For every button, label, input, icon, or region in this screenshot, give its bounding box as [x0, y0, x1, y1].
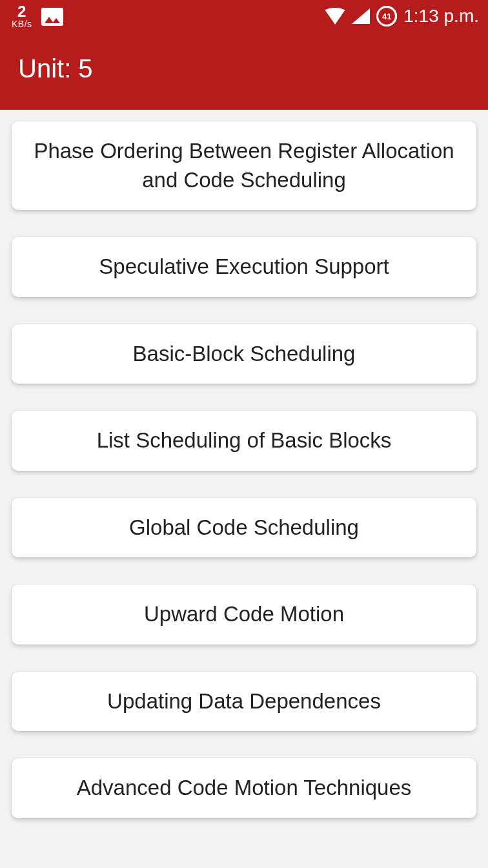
topic-label: Upward Code Motion	[144, 602, 344, 626]
network-speed: 2 KB/s	[12, 4, 32, 28]
battery-percent: 41	[382, 12, 391, 21]
network-speed-value: 2	[17, 4, 26, 19]
status-right: 41 1:13 p.m.	[323, 6, 479, 26]
topic-item[interactable]: Advanced Code Motion Techniques	[12, 758, 476, 818]
topic-label: Advanced Code Motion Techniques	[77, 776, 412, 800]
app-bar: Unit: 5	[0, 32, 488, 110]
topic-item[interactable]: Upward Code Motion	[12, 584, 476, 645]
topic-item[interactable]: Updating Data Dependences	[12, 672, 476, 732]
status-clock: 1:13 p.m.	[403, 6, 479, 26]
topic-label: List Scheduling of Basic Blocks	[97, 428, 392, 452]
topic-label: Global Code Scheduling	[129, 515, 359, 539]
topic-label: Speculative Execution Support	[99, 254, 389, 278]
topic-label: Updating Data Dependences	[107, 689, 381, 713]
photo-icon	[41, 8, 63, 26]
status-left: 2 KB/s	[12, 4, 63, 28]
topic-label: Phase Ordering Between Register Allocati…	[34, 139, 454, 192]
app-header: 2 KB/s 41 1:13 p.m. Unit: 5	[0, 0, 488, 110]
wifi-icon	[323, 8, 347, 25]
topic-item[interactable]: List Scheduling of Basic Blocks	[12, 411, 476, 471]
battery-icon: 41	[376, 6, 397, 26]
topics-list: Phase Ordering Between Register Allocati…	[0, 110, 488, 830]
network-speed-unit: KB/s	[12, 19, 32, 28]
topic-item[interactable]: Speculative Execution Support	[12, 237, 476, 297]
topic-item[interactable]: Basic-Block Scheduling	[12, 324, 476, 384]
page-title: Unit: 5	[18, 54, 93, 83]
topic-label: Basic-Block Scheduling	[133, 342, 356, 366]
status-bar: 2 KB/s 41 1:13 p.m.	[0, 0, 488, 32]
topic-item[interactable]: Phase Ordering Between Register Allocati…	[12, 121, 476, 210]
signal-icon	[352, 8, 370, 24]
topic-item[interactable]: Global Code Scheduling	[12, 498, 476, 558]
